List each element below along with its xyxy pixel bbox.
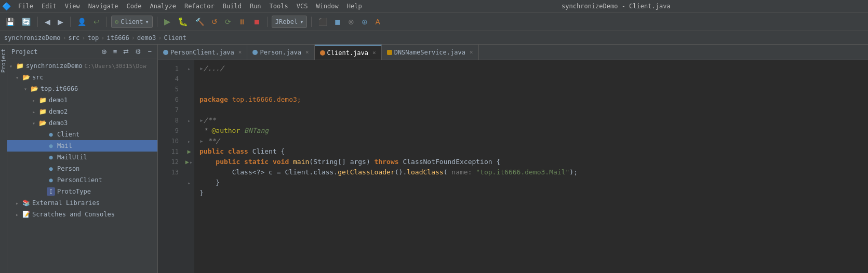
toolbar-user-btn[interactable]: 👤	[75, 16, 89, 28]
menu-tools[interactable]: Tools	[265, 2, 292, 11]
toolbar-back2-btn[interactable]: ↩	[91, 16, 102, 28]
toolbar-translate-btn[interactable]: A	[372, 16, 382, 28]
breadcrumb-it6666[interactable]: it6666	[106, 34, 129, 42]
menu-code[interactable]: Code	[123, 2, 146, 11]
src-arrow: ▾	[16, 75, 22, 80]
project-vertical-tab[interactable]: Project	[0, 45, 7, 273]
tab-person-close[interactable]: ×	[305, 49, 309, 56]
menu-analyze[interactable]: Analyze	[145, 2, 180, 11]
demo3-folder-icon: 📂	[38, 119, 47, 127]
tab-dns-icon	[387, 50, 392, 55]
jrebel-arrow: ▾	[300, 18, 303, 25]
toolbar-back-btn[interactable]: ◀	[42, 16, 53, 28]
tree-demo1[interactable]: ▸ 📁 demo1	[7, 94, 157, 106]
toolbar-branch-dropdown[interactable]: ⚙ Client ▾	[111, 16, 153, 28]
jrebel-dropdown[interactable]: JRebel ▾	[272, 16, 308, 28]
menu-help[interactable]: Help	[343, 2, 366, 11]
menu-view[interactable]: View	[61, 2, 84, 11]
toolbar-forward-btn[interactable]: ▶	[55, 16, 66, 28]
toolbar-profiler-btn[interactable]: ⊕	[359, 16, 370, 28]
line-numbers: 1 4 5 6 7 8 9 10 11 12 13	[158, 60, 184, 273]
ext-lib-label: External Libraries	[32, 199, 100, 207]
tree-root[interactable]: ▾ 📁 synchronizeDemo C:\Users\30315\Dow	[7, 60, 157, 72]
menu-run[interactable]: Run	[246, 2, 265, 11]
menu-vcs[interactable]: VCS	[292, 2, 312, 11]
top-label: top.it6666	[41, 85, 78, 92]
toolbar-rebuild-btn[interactable]: ↺	[209, 16, 220, 28]
tree-scratches[interactable]: ▸ 📝 Scratches and Consoles	[7, 209, 157, 220]
toolbar-sep-3	[106, 17, 107, 27]
window-title: synchronizeDemo - Client.java	[366, 3, 866, 10]
sidebar-new-btn[interactable]: ⊕	[100, 47, 109, 56]
tree-demo2[interactable]: ▸ 📁 demo2	[7, 106, 157, 117]
tab-personclient-close[interactable]: ×	[238, 49, 242, 56]
menu-navigate[interactable]: Navigate	[84, 2, 123, 11]
sidebar-gear-btn[interactable]: ⚙	[133, 47, 143, 56]
breadcrumb-project[interactable]: synchronizeDemo	[4, 34, 60, 42]
code-editor[interactable]: 1 4 5 6 7 8 9 10 11 12 13 ▸	[158, 60, 868, 273]
tab-client-close[interactable]: ×	[372, 49, 376, 56]
branch-icon: ⚙	[115, 18, 118, 25]
tree-client[interactable]: ● Client	[7, 129, 157, 140]
toolbar-save-btn[interactable]: 💾	[3, 16, 17, 28]
client-label: Client	[57, 131, 79, 138]
tree-demo3[interactable]: ▾ 📂 demo3	[7, 117, 157, 129]
code-content[interactable]: ▸/.../ package top.it6666.demo3; ▸/** * …	[194, 60, 868, 273]
breadcrumb-client[interactable]: Client	[164, 34, 186, 42]
tab-bar: PersonClient.java × Person.java × Client…	[158, 45, 868, 60]
editor-area: PersonClient.java × Person.java × Client…	[158, 45, 868, 273]
sidebar: Project ⊕ ≡ ⇄ ⚙ − ▾ 📁 synchronizeDemo C:…	[7, 45, 158, 273]
tab-person[interactable]: Person.java ×	[247, 45, 314, 60]
toolbar-sync-btn[interactable]: 🔄	[19, 16, 33, 28]
gutter-9: ▶	[184, 146, 194, 157]
sidebar-sync-btn[interactable]: ⇄	[122, 47, 130, 56]
jrebel-label: JRebel	[275, 18, 298, 25]
toolbar-coverage-btn[interactable]: ⊗	[345, 16, 357, 28]
menu-build[interactable]: Build	[219, 2, 246, 11]
tree-prototype[interactable]: I ProtoType	[7, 186, 157, 197]
toolbar-pause-btn[interactable]: ⏸	[236, 16, 248, 28]
demo2-label: demo2	[49, 108, 68, 115]
person-java-icon: ●	[47, 165, 55, 173]
toolbar-build-btn[interactable]: 🔨	[193, 16, 207, 28]
toolbar-stop-btn[interactable]: ⏹	[250, 16, 263, 28]
toolbar-sep-6	[311, 17, 312, 27]
tree-mail[interactable]: ● Mail	[7, 140, 157, 152]
tab-personclient[interactable]: PersonClient.java ×	[158, 45, 247, 60]
tree-external-libs[interactable]: ▸ 📚 External Libraries	[7, 197, 157, 209]
toolbar-run-btn[interactable]: ▶	[162, 15, 173, 28]
sidebar-minimize-btn[interactable]: −	[146, 47, 153, 56]
breadcrumb-src[interactable]: src	[69, 34, 80, 42]
tree-person[interactable]: ● Person	[7, 163, 157, 174]
toolbar-rerun-btn[interactable]: ⟳	[222, 16, 234, 28]
breadcrumb-top[interactable]: top	[88, 34, 99, 42]
gutter-icons: ▸ ▸ ▸ ▶ ▶ ▸	[184, 60, 194, 273]
tree-src[interactable]: ▾ 📂 src	[7, 72, 157, 83]
breadcrumb-sep-3: ›	[101, 34, 104, 42]
sidebar-list-btn[interactable]: ≡	[112, 47, 119, 56]
tab-dns[interactable]: DNSNameService.java ×	[382, 45, 479, 60]
code-line-10: public static void main(String[] args) t…	[199, 157, 863, 167]
gutter-3	[184, 84, 194, 94]
menu-file[interactable]: File	[14, 2, 37, 11]
code-line-13: }	[199, 188, 863, 198]
toolbar-debug-btn[interactable]: 🐛	[175, 15, 191, 28]
tree-mailutil[interactable]: ● MailUtil	[7, 152, 157, 163]
sidebar-header: Project ⊕ ≡ ⇄ ⚙ −	[7, 45, 157, 59]
gutter-1: ▸	[184, 63, 194, 74]
menu-edit[interactable]: Edit	[37, 2, 61, 11]
branch-label: Client	[121, 18, 143, 25]
tab-client[interactable]: Client.java ×	[315, 45, 382, 60]
tree-personclient[interactable]: ● PersonClient	[7, 174, 157, 186]
tab-dns-close[interactable]: ×	[470, 49, 473, 56]
code-line-12: }	[199, 178, 863, 188]
demo2-folder-icon: 📁	[38, 107, 47, 116]
tab-dns-label: DNSNameService.java	[394, 49, 465, 56]
menu-refactor[interactable]: Refactor	[180, 2, 219, 11]
breadcrumb-demo3[interactable]: demo3	[137, 34, 156, 42]
tree-top-it6666[interactable]: ▾ 📂 top.it6666	[7, 83, 157, 94]
project-tab-label[interactable]: Project	[0, 47, 7, 75]
menu-window[interactable]: Window	[312, 2, 342, 11]
toolbar-compile-btn[interactable]: ⬛	[316, 16, 330, 28]
toolbar-analyze-btn[interactable]: ◼	[332, 16, 343, 28]
